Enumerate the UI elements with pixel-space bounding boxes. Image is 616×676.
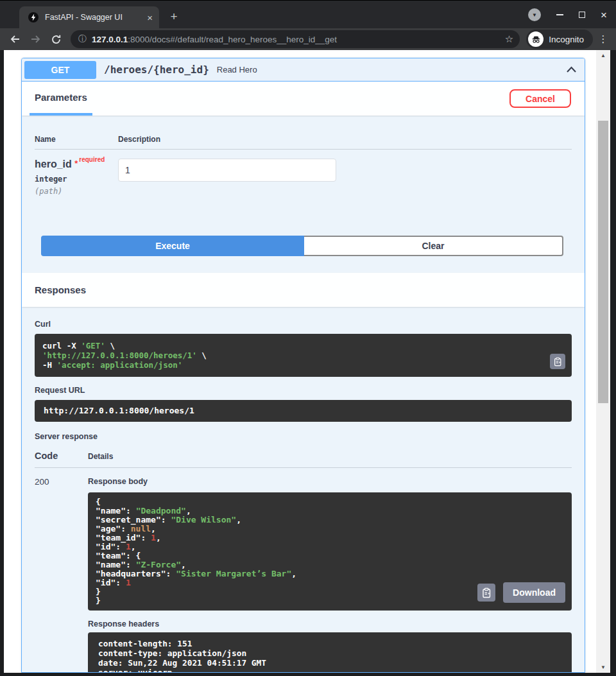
curl-command-block: curl -X 'GET' \ 'http://127.0.0.1:8000/h… <box>35 334 572 377</box>
minimize-button[interactable] <box>556 14 563 15</box>
response-body-label: Response body <box>88 477 572 486</box>
page-scrollbar[interactable]: ▲ ▼ <box>596 50 610 673</box>
tab-title: FastAPI - Swagger UI <box>45 13 141 22</box>
column-code: Code <box>35 451 88 461</box>
execute-button[interactable]: Execute <box>41 236 304 256</box>
tab-parameters[interactable]: Parameters <box>30 82 92 116</box>
parameters-table: Name Description hero_id *required integ… <box>22 116 585 273</box>
new-tab-button[interactable]: + <box>167 10 181 24</box>
required-label: required <box>79 156 105 163</box>
scrollbar-thumb[interactable] <box>598 121 608 403</box>
param-name-cell: hero_id *required integer (path) <box>35 159 118 196</box>
method-badge: GET <box>24 61 96 79</box>
endpoint-path: /heroes/{hero_id} <box>104 64 209 76</box>
url-path: :8000/docs#/default/read_hero_heroes__he… <box>128 35 337 44</box>
browser-titlebar: FastAPI - Swagger UI × + ▼ × <box>0 0 616 28</box>
clear-button[interactable]: Clear <box>304 236 563 256</box>
window-controls: ▼ × <box>528 8 607 22</box>
browser-window: FastAPI - Swagger UI × + ▼ × ⓘ 127.0.0.1… <box>0 0 616 676</box>
response-details-cell: Response body Download { "name": "Deadpo… <box>88 477 572 673</box>
cancel-button[interactable]: Cancel <box>509 89 571 108</box>
tab-close-icon[interactable]: × <box>147 13 153 22</box>
responses-inner: Curl curl -X 'GET' \ 'http://127.0.0.1:8… <box>22 307 585 673</box>
server-response-table-head: Code Details <box>35 451 572 468</box>
incognito-icon <box>528 31 543 47</box>
response-body-block: Download { "name": "Deadpond", "secret_n… <box>88 492 572 611</box>
scroll-down-icon[interactable]: ▼ <box>596 664 610 670</box>
close-button[interactable]: × <box>601 10 607 21</box>
response-body-buttons: Download <box>477 582 565 603</box>
maximize-button[interactable] <box>579 12 585 18</box>
opblock-header[interactable]: GET /heroes/{hero_id} Read Hero <box>22 58 585 82</box>
request-url-label: Request URL <box>35 386 572 395</box>
endpoint-summary: Read Hero <box>217 65 257 74</box>
required-asterisk: * <box>74 159 78 168</box>
parameters-header: Parameters Cancel <box>22 82 585 116</box>
opblock-get-heroes: GET /heroes/{hero_id} Read Hero Paramete… <box>21 58 585 673</box>
browser-menu-icon[interactable]: ⋮ <box>597 33 610 45</box>
reload-icon[interactable] <box>47 31 64 48</box>
incognito-label: Incognito <box>549 35 584 44</box>
fastapi-favicon-icon <box>28 12 38 22</box>
bookmark-star-icon[interactable]: ☆ <box>505 33 513 45</box>
param-name: hero_id *required <box>35 159 118 170</box>
url-host: 127.0.0.1 <box>92 35 128 44</box>
browser-toolbar: ⓘ 127.0.0.1:8000/docs#/default/read_hero… <box>0 28 616 50</box>
swagger-page: GET /heroes/{hero_id} Read Hero Paramete… <box>4 50 596 673</box>
column-details: Details <box>88 452 572 461</box>
address-bar[interactable]: ⓘ 127.0.0.1:8000/docs#/default/read_hero… <box>71 30 520 48</box>
execute-row: Execute Clear <box>41 236 563 256</box>
param-value-cell <box>118 159 572 196</box>
hero-id-input[interactable] <box>118 159 336 182</box>
param-location: (path) <box>35 187 118 196</box>
incognito-badge: Incognito <box>526 30 593 49</box>
content-area: GET /heroes/{hero_id} Read Hero Paramete… <box>0 50 616 673</box>
window-border-bottom <box>0 673 616 676</box>
column-name: Name <box>35 135 118 144</box>
scroll-up-icon[interactable]: ▲ <box>596 53 610 58</box>
download-button[interactable]: Download <box>503 582 565 603</box>
status-code: 200 <box>35 477 88 673</box>
browser-tab[interactable]: FastAPI - Swagger UI × <box>19 6 159 28</box>
curl-label: Curl <box>35 320 572 329</box>
copy-curl-button[interactable] <box>550 354 565 369</box>
response-headers-block: content-length: 151content-type: applica… <box>88 632 572 673</box>
server-response-row: 200 Response body Download { "na <box>35 468 572 673</box>
responses-header: Responses <box>22 273 585 307</box>
window-border-right <box>610 50 616 673</box>
parameters-table-head: Name Description <box>35 135 572 150</box>
browser-updates-icon[interactable]: ▼ <box>528 8 541 21</box>
request-url-block: http://127.0.0.1:8000/heroes/1 <box>35 400 572 422</box>
url-text[interactable]: 127.0.0.1:8000/docs#/default/read_hero_h… <box>92 35 500 44</box>
server-response-label: Server response <box>35 432 572 441</box>
column-description: Description <box>118 135 572 144</box>
response-headers-label: Response headers <box>88 620 572 628</box>
param-row-hero-id: hero_id *required integer (path) <box>35 150 572 196</box>
collapse-chevron-icon[interactable] <box>566 66 577 73</box>
param-type: integer <box>35 175 118 184</box>
site-info-icon[interactable]: ⓘ <box>78 33 87 45</box>
copy-response-button[interactable] <box>477 584 495 602</box>
forward-icon[interactable] <box>27 31 44 48</box>
responses-title: Responses <box>30 284 86 295</box>
back-icon[interactable] <box>6 31 23 48</box>
